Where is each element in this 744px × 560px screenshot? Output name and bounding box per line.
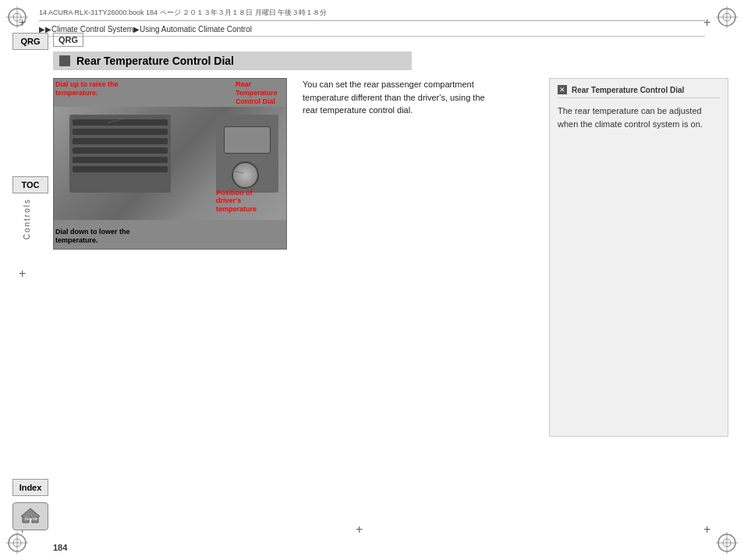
diagram-image: Dial up to raise the temperature. Rear T… bbox=[53, 78, 287, 250]
qrg-button[interactable]: QRG bbox=[12, 33, 48, 50]
section-title: Rear Temperature Control Dial bbox=[76, 55, 234, 67]
page-number: 184 bbox=[53, 543, 67, 552]
left-sidebar: QRG TOC Controls Index Home bbox=[8, 33, 53, 537]
annotation-dial-down: Dial down to lower the temperature. bbox=[55, 228, 141, 245]
right-panel-text: The rear temperature can be adjusted whe… bbox=[558, 105, 720, 130]
info-panel-icon: ✕ bbox=[558, 85, 567, 94]
description-text: You can set the rear passenger compartme… bbox=[303, 78, 490, 117]
file-info: 14 ACURA RLX-31TY26000.book 184 ページ ２０１３… bbox=[39, 8, 327, 18]
section-header: Rear Temperature Control Dial bbox=[53, 51, 412, 70]
right-info-panel: ✕ Rear Temperature Control Dial The rear… bbox=[549, 78, 728, 437]
qrg-badge: QRG bbox=[53, 33, 83, 47]
annotation-dial-up: Dial up to raise the temperature. bbox=[55, 80, 129, 97]
svg-line-18 bbox=[225, 115, 248, 126]
left-column: Dial up to raise the temperature. Rear T… bbox=[53, 78, 287, 437]
index-button[interactable]: Index bbox=[12, 479, 48, 496]
section-header-icon bbox=[59, 55, 70, 66]
description-column: You can set the rear passenger compartme… bbox=[303, 78, 533, 437]
svg-text:Home: Home bbox=[25, 516, 38, 521]
annotation-rear-temp: Rear Temperature Control Dial bbox=[236, 80, 294, 105]
main-content: QRG Rear Temperature Control Dial Dial u… bbox=[53, 33, 728, 537]
meta-bar: 14 ACURA RLX-31TY26000.book 184 ページ ２０１３… bbox=[39, 8, 705, 21]
annotation-position-driver: Position of driver's temperature bbox=[216, 189, 278, 214]
svg-line-19 bbox=[225, 169, 244, 173]
content-columns: Dial up to raise the temperature. Rear T… bbox=[53, 78, 728, 437]
svg-line-17 bbox=[108, 119, 124, 122]
controls-label: Controls bbox=[23, 198, 38, 239]
right-panel-header: ✕ Rear Temperature Control Dial bbox=[558, 85, 720, 98]
home-button[interactable]: Home bbox=[12, 502, 48, 530]
toc-button[interactable]: TOC bbox=[12, 176, 48, 193]
right-panel-title: Rear Temperature Control Dial bbox=[572, 86, 684, 94]
